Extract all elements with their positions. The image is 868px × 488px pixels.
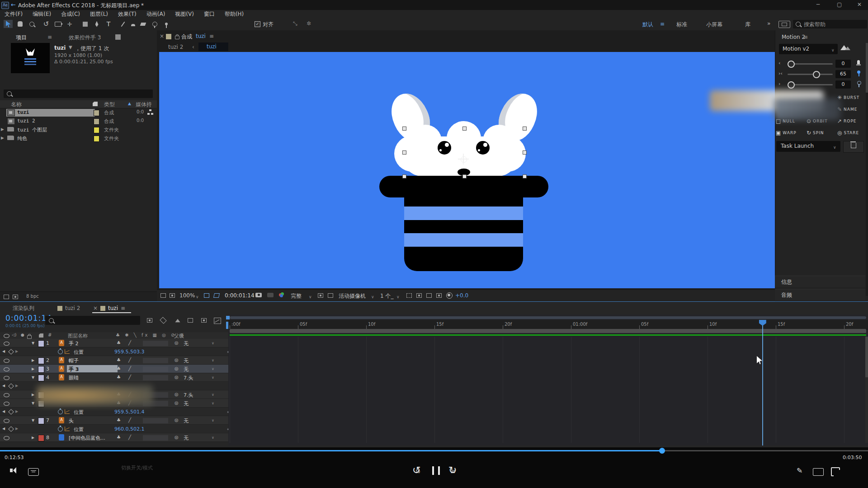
- quality-switch-icon[interactable]: ♣: [117, 435, 121, 440]
- menu-item-7[interactable]: 窗口: [204, 10, 215, 18]
- label-swatch[interactable]: [38, 435, 44, 441]
- project-row-2[interactable]: ▶tuzi 个图层文件夹: [0, 126, 157, 134]
- expand-arrow[interactable]: ▼: [32, 341, 34, 345]
- layer-name[interactable]: 眼睛: [69, 375, 79, 381]
- text-tool[interactable]: T: [104, 20, 113, 28]
- property-row-10[interactable]: ◀▶位置960.0,502.1: [0, 425, 228, 433]
- property-row-1[interactable]: ◀▶位置959.5,503.3: [0, 347, 228, 356]
- graph-icon[interactable]: [65, 409, 70, 414]
- brush-tool[interactable]: [118, 20, 127, 28]
- preview-comp-arrow[interactable]: ▼: [69, 45, 72, 50]
- slider-track[interactable]: [788, 74, 833, 75]
- annotate-icon[interactable]: ✎: [797, 466, 802, 475]
- motion-tool-rope[interactable]: ↗ROPE: [837, 117, 866, 126]
- parent-select[interactable]: 7.头: [184, 375, 193, 381]
- stopwatch-icon[interactable]: [58, 349, 63, 354]
- rotobrush-tool[interactable]: [150, 20, 159, 28]
- draft-switch-icon[interactable]: ╱: [128, 375, 131, 380]
- parent-chevron[interactable]: ∨: [212, 436, 214, 440]
- project-row-0[interactable]: tuzi合成0:0: [0, 108, 157, 117]
- add-keyframe-icon[interactable]: [8, 383, 14, 389]
- layer-name[interactable]: [中间色品蓝色...: [69, 435, 105, 441]
- eye-icon[interactable]: [4, 376, 9, 380]
- menu-item-5[interactable]: 动画(A): [146, 10, 165, 18]
- slider-value[interactable]: 0: [835, 80, 851, 89]
- quality-switch-icon[interactable]: ♣: [117, 418, 121, 422]
- exposure-icon[interactable]: [446, 292, 453, 299]
- anchor-point-icon[interactable]: [461, 156, 467, 163]
- close-button[interactable]: ✕: [857, 1, 862, 8]
- parent-select[interactable]: 无: [184, 418, 189, 424]
- workspace-1[interactable]: 标准: [676, 21, 687, 28]
- grid-options-icon[interactable]: [204, 293, 209, 298]
- prev-keyframe-icon[interactable]: ◀: [2, 384, 5, 388]
- menu-item-8[interactable]: 帮助(H): [225, 10, 244, 18]
- label-tag[interactable]: [94, 110, 99, 116]
- selection-handle[interactable]: [462, 127, 467, 131]
- parent-pickwhip-icon[interactable]: ◎: [175, 357, 179, 362]
- label-swatch[interactable]: [38, 357, 44, 364]
- layer-row-2[interactable]: ▶2A帽子♣╱◎无∨: [0, 356, 228, 365]
- next-keyframe-icon[interactable]: ▶: [15, 409, 18, 413]
- layer-name[interactable]: 头: [69, 418, 74, 424]
- snapshot-icon[interactable]: [255, 293, 262, 297]
- parent-pickwhip-icon[interactable]: ◎: [175, 418, 179, 422]
- parent-select[interactable]: 无: [184, 400, 189, 407]
- subtitles-icon[interactable]: [28, 468, 39, 476]
- parent-select[interactable]: 7.头: [184, 392, 193, 399]
- pause-button[interactable]: [432, 466, 440, 476]
- preview-image-icon[interactable]: [840, 45, 850, 52]
- sort-arrow-icon[interactable]: ▲: [128, 101, 131, 106]
- view-layout-select[interactable]: 1 个_: [380, 292, 393, 300]
- slider-knob[interactable]: [813, 71, 820, 78]
- parent-select[interactable]: 无: [184, 435, 189, 441]
- comp-tab-back-icon[interactable]: ‹: [192, 44, 194, 50]
- label-swatch[interactable]: [38, 375, 44, 381]
- project-search-field[interactable]: [4, 89, 153, 98]
- tab-menu-icon[interactable]: ≡: [121, 305, 125, 311]
- selection-handle[interactable]: [462, 174, 467, 178]
- project-row-1[interactable]: tuzi 2合成0:0: [0, 117, 157, 126]
- parent-pickwhip-icon[interactable]: ◎: [175, 435, 179, 440]
- motion-preset-select[interactable]: Motion v2 ∨: [779, 44, 838, 54]
- magnification-icon[interactable]: [170, 293, 175, 298]
- fullscreen-icon[interactable]: [831, 467, 840, 476]
- column-type[interactable]: 类型: [104, 101, 115, 108]
- motion-panel-menu-icon[interactable]: ≡: [803, 34, 808, 40]
- eye-icon[interactable]: [4, 436, 9, 440]
- add-keyframe-icon[interactable]: [8, 426, 14, 432]
- add-keyframe-icon[interactable]: [8, 409, 14, 415]
- parent-pickwhip-icon[interactable]: ◎: [175, 375, 179, 380]
- timeline-tab-0[interactable]: 渲染队列: [13, 304, 34, 313]
- tab-effect-controls[interactable]: 效果控件手 3: [69, 34, 101, 42]
- menu-item-1[interactable]: 编辑(E): [33, 10, 51, 18]
- label-swatch[interactable]: [38, 418, 44, 424]
- snap-checkbox[interactable]: ✓: [255, 21, 260, 27]
- slider-knob[interactable]: [788, 61, 795, 68]
- stopwatch-icon[interactable]: [58, 427, 63, 432]
- navigator-start-marker[interactable]: [226, 316, 230, 319]
- layer-name[interactable]: 手 3: [69, 366, 79, 373]
- rotate-tool[interactable]: ↺: [42, 20, 51, 28]
- eye-icon[interactable]: [4, 419, 9, 423]
- player-progress-filled[interactable]: [0, 450, 662, 451]
- label-swatch[interactable]: [38, 366, 44, 373]
- parent-chevron[interactable]: ∨: [212, 341, 214, 345]
- puppet-pin-tool[interactable]: [162, 20, 171, 28]
- label-tag[interactable]: [94, 127, 99, 133]
- layer-row-0[interactable]: ▼1A手 2♣╱◎无∨: [0, 339, 228, 347]
- playhead-line[interactable]: [762, 320, 763, 446]
- comp-panel-menu-icon[interactable]: ≡: [209, 33, 214, 39]
- expand-arrow[interactable]: ▼: [32, 401, 34, 405]
- property-value[interactable]: 959.5,501.4: [114, 409, 144, 415]
- label-tag[interactable]: [94, 118, 99, 125]
- footer-bpc[interactable]: 8 bpc: [26, 294, 39, 299]
- selection-handle[interactable]: [523, 174, 527, 178]
- slider-knob[interactable]: [788, 81, 795, 89]
- workspace-manage-icon[interactable]: [778, 21, 790, 28]
- forward-30-button[interactable]: ↻30: [448, 465, 457, 476]
- parent-chevron[interactable]: ∨: [212, 375, 214, 380]
- selection-handle[interactable]: [523, 150, 527, 155]
- next-keyframe-icon[interactable]: ▶: [15, 384, 18, 388]
- quality-switch-icon[interactable]: ♣: [117, 340, 121, 345]
